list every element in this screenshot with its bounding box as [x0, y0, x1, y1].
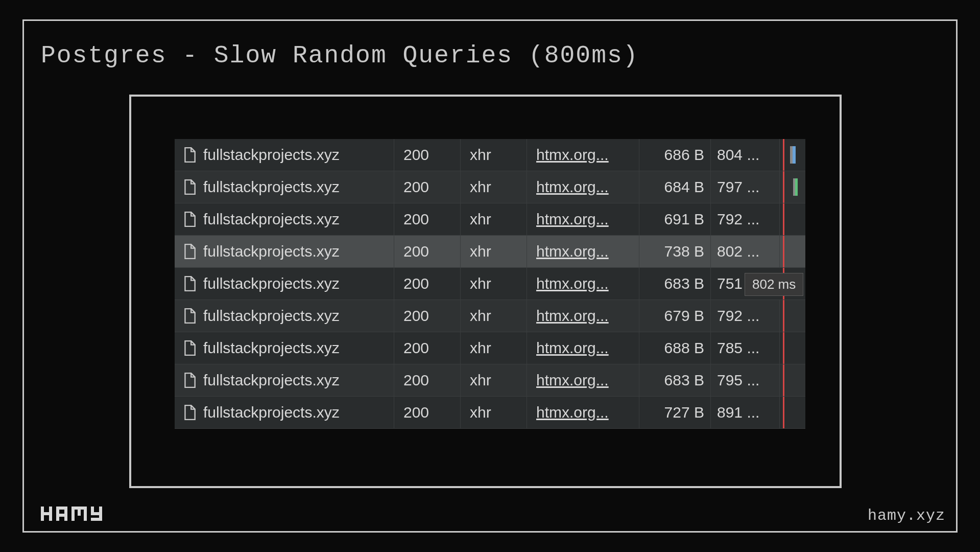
- screenshot-frame: fullstackprojects.xyz 200 xhr htmx.org..…: [129, 95, 842, 488]
- time-cell: 795 ...: [711, 364, 780, 396]
- request-name: fullstackprojects.xyz: [203, 146, 340, 164]
- table-row[interactable]: fullstackprojects.xyz 200 xhr htmx.org..…: [175, 397, 805, 429]
- size-cell: 679 B: [639, 300, 711, 332]
- svg-rect-14: [91, 518, 102, 521]
- size-cell: 691 B: [639, 203, 711, 235]
- waterfall-bar: [790, 146, 796, 164]
- status-cell: 200: [394, 397, 461, 428]
- file-icon: [183, 405, 196, 420]
- initiator-cell[interactable]: htmx.org...: [527, 397, 639, 428]
- table-row[interactable]: fullstackprojects.xyz 200 xhr htmx.org..…: [175, 268, 805, 300]
- request-name: fullstackprojects.xyz: [203, 307, 340, 325]
- timeline-marker: [783, 139, 784, 171]
- status-cell: 200: [394, 236, 461, 267]
- size-cell: 688 B: [639, 332, 711, 364]
- table-row[interactable]: fullstackprojects.xyz 200 xhr htmx.org..…: [175, 364, 805, 397]
- name-cell: fullstackprojects.xyz: [175, 268, 394, 300]
- waterfall-cell: [780, 300, 805, 332]
- site-url: hamy.xyz: [868, 507, 945, 524]
- waterfall-cell: [780, 236, 805, 267]
- size-cell: 683 B: [639, 364, 711, 396]
- name-cell: fullstackprojects.xyz: [175, 332, 394, 364]
- request-name: fullstackprojects.xyz: [203, 372, 340, 389]
- initiator-cell[interactable]: htmx.org...: [527, 364, 639, 396]
- status-cell: 200: [394, 268, 461, 300]
- timeline-marker: [783, 203, 784, 235]
- time-cell: 802 ...: [711, 236, 780, 267]
- file-icon: [183, 244, 196, 259]
- table-row[interactable]: fullstackprojects.xyz 200 xhr htmx.org..…: [175, 332, 805, 364]
- type-cell: xhr: [461, 364, 527, 396]
- name-cell: fullstackprojects.xyz: [175, 300, 394, 332]
- brand-logo: [41, 507, 107, 524]
- type-cell: xhr: [461, 139, 527, 171]
- type-cell: xhr: [461, 397, 527, 428]
- timeline-marker: [783, 364, 784, 396]
- table-row[interactable]: fullstackprojects.xyz 200 xhr htmx.org..…: [175, 300, 805, 332]
- timeline-marker: [783, 332, 784, 364]
- waterfall-cell: [780, 139, 805, 171]
- initiator-cell[interactable]: htmx.org...: [527, 268, 639, 300]
- name-cell: fullstackprojects.xyz: [175, 139, 394, 171]
- svg-rect-6: [56, 514, 67, 517]
- svg-rect-4: [56, 507, 67, 510]
- size-cell: 684 B: [639, 171, 711, 203]
- table-row[interactable]: fullstackprojects.xyz 200 xhr htmx.org..…: [175, 171, 805, 203]
- initiator-cell[interactable]: htmx.org...: [527, 139, 639, 171]
- time-cell: 797 ...: [711, 171, 780, 203]
- table-row[interactable]: fullstackprojects.xyz 200 xhr htmx.org..…: [175, 236, 805, 268]
- network-table: fullstackprojects.xyz 200 xhr htmx.org..…: [175, 139, 805, 429]
- waterfall-cell: [780, 203, 805, 235]
- file-icon: [183, 308, 196, 324]
- initiator-cell[interactable]: htmx.org...: [527, 332, 639, 364]
- file-icon: [183, 147, 196, 163]
- initiator-cell[interactable]: htmx.org...: [527, 203, 639, 235]
- time-cell: 785 ...: [711, 332, 780, 364]
- waterfall-bar: [793, 178, 798, 196]
- svg-rect-9: [78, 507, 81, 516]
- type-cell: xhr: [461, 203, 527, 235]
- time-cell: 792 ...: [711, 300, 780, 332]
- name-cell: fullstackprojects.xyz: [175, 236, 394, 267]
- svg-rect-2: [49, 507, 52, 521]
- type-cell: xhr: [461, 300, 527, 332]
- time-cell: 804 ...: [711, 139, 780, 171]
- name-cell: fullstackprojects.xyz: [175, 171, 394, 203]
- request-name: fullstackprojects.xyz: [203, 243, 340, 260]
- name-cell: fullstackprojects.xyz: [175, 203, 394, 235]
- waterfall-cell: [780, 364, 805, 396]
- slide-title: Postgres - Slow Random Queries (800ms): [41, 42, 639, 70]
- status-cell: 200: [394, 364, 461, 396]
- request-name: fullstackprojects.xyz: [203, 404, 340, 421]
- table-row[interactable]: fullstackprojects.xyz 200 xhr htmx.org..…: [175, 139, 805, 171]
- size-cell: 727 B: [639, 397, 711, 428]
- timeline-marker: [783, 300, 784, 332]
- initiator-cell[interactable]: htmx.org...: [527, 236, 639, 267]
- request-name: fullstackprojects.xyz: [203, 211, 340, 228]
- status-cell: 200: [394, 332, 461, 364]
- file-icon: [183, 276, 196, 291]
- timeline-marker: [783, 171, 784, 203]
- size-cell: 683 B: [639, 268, 711, 300]
- waterfall-cell: [780, 332, 805, 364]
- timeline-marker: [783, 397, 784, 428]
- file-icon: [183, 212, 196, 227]
- waterfall-cell: [780, 171, 805, 203]
- request-name: fullstackprojects.xyz: [203, 178, 340, 196]
- time-tooltip: 802 ms: [745, 273, 803, 296]
- size-cell: 686 B: [639, 139, 711, 171]
- name-cell: fullstackprojects.xyz: [175, 397, 394, 428]
- svg-rect-10: [84, 507, 87, 521]
- time-cell: 792 ...: [711, 203, 780, 235]
- status-cell: 200: [394, 171, 461, 203]
- time-cell: 891 ...: [711, 397, 780, 428]
- file-icon: [183, 373, 196, 388]
- initiator-cell[interactable]: htmx.org...: [527, 300, 639, 332]
- type-cell: xhr: [461, 236, 527, 267]
- initiator-cell[interactable]: htmx.org...: [527, 171, 639, 203]
- table-row[interactable]: fullstackprojects.xyz 200 xhr htmx.org..…: [175, 203, 805, 236]
- waterfall-cell: [780, 397, 805, 428]
- request-name: fullstackprojects.xyz: [203, 339, 340, 357]
- type-cell: xhr: [461, 332, 527, 364]
- status-cell: 200: [394, 300, 461, 332]
